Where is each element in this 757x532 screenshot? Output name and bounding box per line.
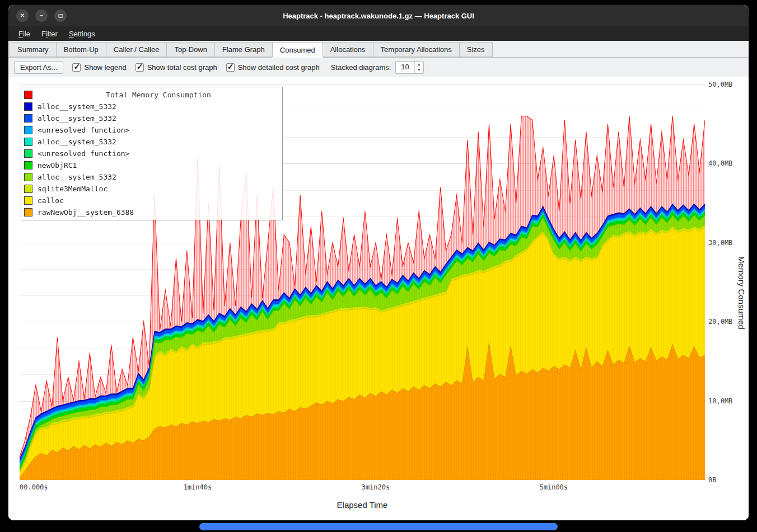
tab-summary[interactable]: Summary	[10, 42, 57, 57]
legend-swatch	[24, 126, 32, 134]
legend-title-row: Total Memory Consumption	[24, 89, 279, 101]
x-tick-label: 3min20s	[362, 483, 390, 491]
tab-caller-callee[interactable]: Caller / Callee	[106, 42, 167, 57]
legend-swatch	[24, 102, 32, 111]
y-tick-label: 0B	[708, 476, 716, 484]
legend-label: <unresolved function>	[38, 126, 129, 134]
legend-item: rawNewObj__system_6388	[24, 206, 279, 218]
legend-item: alloc__system_5332	[24, 171, 279, 183]
tab-allocations[interactable]: Allocations	[323, 42, 373, 57]
legend-item: sqlite3MemMalloc	[24, 183, 279, 195]
legend-label: newObjRC1	[38, 161, 77, 170]
titlebar[interactable]: ✕ – ◻ Heaptrack - heaptrack.wakunode.1.g…	[8, 5, 749, 26]
memory-consumption-plot[interactable]: Total Memory Consumptionalloc__system_53…	[20, 84, 705, 480]
y-tick-label: 40,0MB	[708, 159, 732, 167]
window-controls: ✕ – ◻	[16, 5, 67, 26]
tab-consumed[interactable]: Consumed	[272, 43, 323, 58]
export-as-button[interactable]: Export As...	[14, 61, 63, 74]
legend-label: Total Memory Consumption	[38, 91, 279, 99]
legend-label: alloc__system_5332	[38, 102, 116, 111]
legend-label: <unresolved function>	[38, 149, 129, 158]
show-total-cost-checkbox[interactable]: Show total cost graph	[135, 63, 217, 72]
checkbox-label: Show detailed cost graph	[238, 63, 320, 72]
heaptrack-window: ✕ – ◻ Heaptrack - heaptrack.wakunode.1.g…	[8, 4, 749, 521]
legend-label: alloc__system_5332	[38, 173, 116, 181]
legend-item: <unresolved function>	[24, 124, 279, 136]
chart-area: Total Memory Consumptionalloc__system_53…	[8, 77, 749, 520]
legend-item: newObjRC1	[24, 159, 279, 171]
y-axis-title: Memory Consumed	[737, 256, 746, 329]
close-icon: ✕	[20, 13, 25, 18]
show-detailed-cost-checkbox[interactable]: Show detailed cost graph	[226, 63, 320, 72]
x-tick-label: 00.000s	[20, 483, 48, 491]
legend-swatch	[24, 185, 32, 193]
maximize-button[interactable]: ◻	[54, 10, 67, 22]
menu-file[interactable]: File	[13, 28, 36, 40]
tab-flame-graph[interactable]: Flame Graph	[214, 42, 273, 57]
checkbox-check-icon	[135, 63, 144, 72]
legend-label: alloc__system_5332	[38, 138, 116, 146]
menubar: File Filter Settings	[8, 26, 749, 41]
legend-swatch	[24, 161, 32, 170]
stacked-diagrams-spinbox[interactable]: 10 ▲ ▼	[395, 61, 423, 74]
window-title: Heaptrack - heaptrack.wakunode.1.gz — He…	[283, 12, 474, 20]
spin-up-button[interactable]: ▲	[415, 62, 423, 68]
y-tick-label: 30,0MB	[708, 239, 732, 247]
minimize-icon: –	[40, 13, 43, 18]
tab-top-down[interactable]: Top-Down	[166, 42, 215, 57]
x-axis-ticks: 00.000s1min40s3min20s5min00s	[20, 483, 705, 492]
maximize-icon: ◻	[58, 13, 63, 18]
y-tick-label: 20,0MB	[708, 318, 732, 326]
legend-label: rawNewObj__system_6388	[38, 208, 134, 216]
legend-item: alloc__system_5332	[24, 136, 279, 148]
minimize-button[interactable]: –	[35, 10, 48, 22]
tabbar: Summary Bottom-Up Caller / Callee Top-Do…	[8, 41, 749, 58]
x-tick-label: 1min40s	[184, 483, 212, 491]
close-button[interactable]: ✕	[16, 10, 29, 22]
legend-swatch	[24, 91, 32, 99]
show-legend-checkbox[interactable]: Show legend	[72, 63, 126, 72]
tab-bottom-up[interactable]: Bottom-Up	[56, 42, 106, 57]
legend-swatch	[24, 173, 32, 181]
bottom-scrollbar-thumb[interactable]	[199, 523, 558, 530]
menu-settings[interactable]: Settings	[63, 28, 101, 40]
y-tick-label: 10,0MB	[708, 397, 732, 405]
legend-label: alloc__system_5332	[38, 114, 116, 123]
legend: Total Memory Consumptionalloc__system_53…	[21, 87, 283, 220]
legend-label: sqlite3MemMalloc	[38, 185, 108, 193]
legend-swatch	[24, 208, 32, 216]
y-tick-label: 50,0MB	[708, 81, 732, 88]
x-axis-title: Elapsed Time	[20, 500, 705, 510]
toolbar: Export As... Show legend Show total cost…	[8, 58, 749, 77]
legend-swatch	[24, 196, 32, 205]
legend-item: alloc__system_5332	[24, 112, 279, 124]
stacked-diagrams-label: Stacked diagrams:	[331, 63, 391, 72]
checkbox-check-icon	[72, 63, 81, 72]
spinbox-buttons: ▲ ▼	[414, 62, 423, 73]
legend-item: alloc__system_5332	[24, 101, 279, 112]
spin-down-button[interactable]: ▼	[415, 67, 423, 73]
legend-item: calloc	[24, 195, 279, 206]
x-tick-label: 5min00s	[539, 483, 568, 491]
spinbox-value: 10	[396, 62, 414, 73]
checkbox-label: Show total cost graph	[147, 63, 217, 72]
legend-swatch	[24, 138, 32, 146]
tab-temporary-allocations[interactable]: Temporary Allocations	[373, 42, 460, 57]
checkbox-check-icon	[226, 63, 235, 72]
tab-sizes[interactable]: Sizes	[459, 42, 493, 57]
legend-item: <unresolved function>	[24, 148, 279, 159]
legend-swatch	[24, 114, 32, 123]
menu-filter[interactable]: Filter	[36, 28, 63, 40]
legend-label: calloc	[38, 196, 64, 205]
checkbox-label: Show legend	[84, 63, 126, 72]
legend-swatch	[24, 149, 32, 158]
